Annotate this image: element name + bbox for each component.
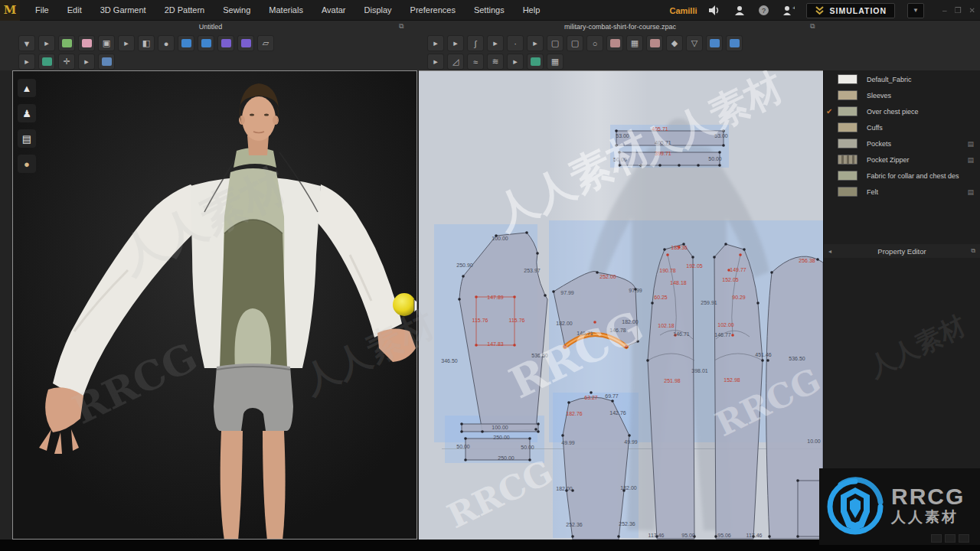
add-rectangle-tool-icon[interactable]: ▢ (547, 35, 564, 51)
avatar-3d-render (13, 71, 417, 540)
grid-blue-tool-1-icon[interactable] (706, 35, 723, 51)
collapse-icon-2[interactable]: ◂ (828, 248, 831, 255)
panel-popout-icon-2[interactable]: ⧉ (971, 247, 975, 255)
invite-user-icon[interactable]: + (782, 4, 795, 18)
fabric-texture-icon[interactable]: ▤ (967, 140, 974, 148)
app-logo[interactable]: M (0, 0, 20, 21)
account-name[interactable]: Camilli (669, 6, 697, 15)
viewport-2d[interactable]: 405.7153.0053.00405.71399.7150.0050.0010… (419, 70, 823, 540)
show-garment-toggle-icon[interactable]: ▲ (18, 79, 36, 97)
menu-item-file[interactable]: File (26, 0, 58, 21)
board-blue-tool-icon[interactable] (98, 54, 115, 70)
transform-pattern-tool-icon[interactable]: ▸ (427, 35, 444, 51)
grid-blue-tool-2-icon[interactable] (726, 35, 743, 51)
fabric-row[interactable]: Pocket Zipper▤ (824, 152, 980, 168)
add-circle-tool-icon[interactable]: ○ (586, 35, 603, 51)
show-arrangement-toggle-icon[interactable]: ▤ (18, 129, 36, 148)
shirt-pink-tool-icon[interactable] (78, 35, 95, 51)
texture-grid-tool-icon[interactable] (527, 54, 544, 70)
fabric-row[interactable]: Cuffs (824, 119, 980, 135)
free-sewing-tool-icon[interactable]: ◿ (447, 54, 464, 70)
move-cross-tool-icon[interactable]: ✛ (58, 54, 75, 70)
fabric-row[interactable]: Fabric for collar and chest des (824, 168, 980, 184)
menu-item-help[interactable]: Help (514, 0, 550, 21)
measurement-label: 102.18 (658, 323, 674, 328)
dart-diamond-tool-icon[interactable]: ◆ (666, 35, 683, 51)
fabric-texture-icon[interactable]: ▤ (967, 156, 974, 164)
menu-item-display[interactable]: Display (355, 0, 401, 21)
fabric-row[interactable]: ✔Over chest piece (824, 103, 980, 119)
grid-green-tool-icon[interactable] (38, 54, 55, 70)
multi-segment-sewing-tool-icon[interactable]: ≈ (467, 54, 484, 70)
pattern-copy-tool-icon[interactable] (606, 35, 623, 51)
multi-free-sewing-tool-icon[interactable]: ≋ (487, 54, 504, 70)
add-rounded-rect-tool-icon[interactable]: ▢ (567, 35, 583, 51)
menu-item-2d-pattern[interactable]: 2D Pattern (155, 0, 214, 21)
fabric-row[interactable]: Sleeves (824, 87, 980, 103)
shirt-green-tool-icon[interactable] (58, 35, 75, 51)
add-point-tool-icon[interactable]: · (507, 35, 524, 51)
fabric-texture-icon[interactable]: ▤ (967, 188, 974, 196)
right-panel: ◂ Object Browser ⧉ SceneFabricGraphicTri… (823, 21, 980, 540)
fabric-swatch (838, 106, 858, 116)
viewport-3d[interactable]: ▲♟▤● (12, 70, 417, 540)
help-icon[interactable]: ? (757, 4, 771, 18)
fabric-row[interactable]: Default_Fabric (824, 71, 980, 87)
texture-move-tool-icon[interactable]: ▦ (547, 54, 564, 70)
segment-sewing-tool-icon[interactable]: ▸ (427, 54, 444, 70)
edit-curvature-tool-icon[interactable]: ∫ (467, 35, 484, 51)
speaker-icon[interactable] (708, 4, 722, 18)
measurement-label: 97.99 (629, 288, 642, 293)
menu-item-3d-garment[interactable]: 3D Garment (91, 0, 155, 21)
pin-tool-icon[interactable]: ▸ (118, 35, 135, 51)
avatar-display-tool-icon[interactable]: ● (158, 35, 175, 51)
view3d-popout-icon[interactable]: ⧉ (399, 22, 403, 31)
sync-down-arrow-icon[interactable]: ▼ (18, 35, 35, 51)
user-icon[interactable] (733, 4, 746, 18)
measurement-label: 185.36 (671, 245, 687, 250)
circle-purple-tool-icon[interactable] (237, 35, 254, 51)
view2d-popout-icon[interactable]: ⧉ (810, 22, 815, 31)
shirt-blue-tool-2-icon[interactable] (198, 35, 214, 51)
show-avatar-toggle-icon[interactable]: ♟ (18, 104, 36, 122)
pattern-image-tool-icon[interactable] (646, 35, 663, 51)
add-polygon-tool-icon[interactable]: ▸ (527, 35, 544, 51)
fabric-row[interactable]: Pockets▤ (824, 135, 980, 152)
show-sphere-toggle-icon[interactable]: ● (18, 155, 36, 173)
simulation-button[interactable]: SIMULATION (806, 3, 896, 18)
measurement-label: 536.50 (531, 353, 547, 358)
menu-item-materials[interactable]: Materials (260, 0, 312, 21)
pattern-grid-tool-icon[interactable]: ▦ (626, 35, 643, 51)
menu-item-avatar[interactable]: Avatar (312, 0, 355, 21)
select-grid-tool-icon[interactable]: ▸ (18, 54, 35, 70)
close-button[interactable]: ✕ (969, 6, 975, 15)
measurement-label: 63.27 (584, 395, 598, 400)
garment-save-tool-icon[interactable]: ▣ (98, 35, 115, 51)
fabric-name: Sleeves (867, 92, 980, 99)
fabric-name: Fabric for collar and chest des (867, 172, 980, 180)
select-texture-tool-icon[interactable]: ▸ (507, 54, 524, 70)
pen-purple-tool-icon[interactable] (217, 35, 234, 51)
footer-stamp-boxes (931, 534, 969, 543)
notch-tool-icon[interactable]: ▽ (686, 35, 703, 51)
edit-pattern-tool-icon[interactable]: ▸ (447, 35, 464, 51)
select-move-tool-icon[interactable]: ▸ (38, 35, 55, 51)
maximize-button[interactable]: ❐ (955, 6, 962, 15)
measurement-label: 95.00 (681, 533, 695, 538)
measurement-label: 149.77 (730, 267, 746, 272)
measurement-label: 182.00 (620, 485, 636, 491)
minimize-button[interactable]: – (942, 6, 947, 15)
board-select-tool-icon[interactable]: ▸ (78, 54, 95, 70)
menu-item-preferences[interactable]: Preferences (401, 0, 465, 21)
arm-pose-tool-icon[interactable]: ▱ (257, 35, 274, 51)
fabric-row[interactable]: Felt▤ (824, 184, 980, 200)
edit-curve-point-tool-icon[interactable]: ▸ (487, 35, 504, 51)
menu-item-sewing[interactable]: Sewing (214, 0, 260, 21)
shirt-blue-tool-1-icon[interactable] (178, 35, 194, 51)
menu-item-settings[interactable]: Settings (465, 0, 514, 21)
measurement-label: 399.71 (655, 151, 671, 156)
fold-arrangement-tool-icon[interactable]: ◧ (138, 35, 155, 51)
menu-item-edit[interactable]: Edit (58, 0, 91, 21)
simulation-dropdown[interactable]: ▼ (907, 3, 924, 18)
fabric-swatch (838, 90, 858, 100)
